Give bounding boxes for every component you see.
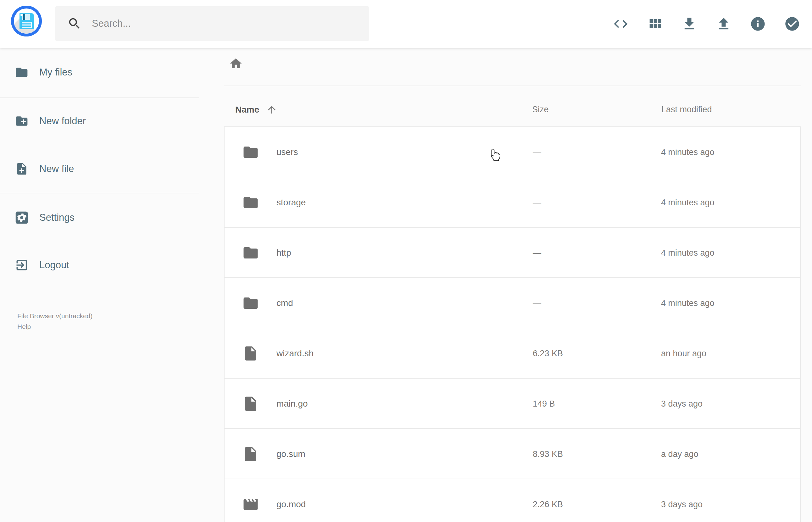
sidebar-item-new-folder[interactable]: New folder (0, 114, 199, 128)
file-icon (242, 446, 259, 463)
check-circle-icon (784, 16, 800, 32)
column-header-name[interactable]: Name (235, 104, 277, 115)
sidebar-item-label: New folder (39, 115, 86, 127)
item-name: main.go (277, 399, 308, 409)
app-version-text: File Browser v(untracked) (17, 311, 93, 321)
folder-icon (242, 144, 259, 161)
sidebar-item-label: My files (39, 67, 72, 78)
item-modified: 4 minutes ago (661, 198, 714, 207)
list-item-storage[interactable]: storage — 4 minutes ago (224, 177, 801, 228)
main-content: Name Size Last modified users — 4 minute… (199, 48, 812, 522)
list-item-go.mod[interactable]: go.mod 2.26 KB 3 days ago (224, 479, 801, 522)
column-header-size[interactable]: Size (532, 105, 549, 115)
upload-button[interactable] (715, 15, 732, 33)
download-icon (681, 16, 697, 32)
search-input[interactable] (92, 18, 350, 29)
sort-ascending-icon (266, 104, 277, 115)
search-box (55, 6, 369, 41)
sidebar-item-logout[interactable]: Logout (0, 258, 199, 272)
sidebar-footer: File Browser v(untracked) Help (17, 311, 93, 332)
sidebar-item-label: New file (39, 163, 74, 175)
item-modified: 4 minutes ago (661, 147, 714, 157)
folder-icon (242, 194, 259, 211)
code-icon (613, 16, 629, 32)
note-add-icon (15, 162, 28, 176)
folder-icon (242, 244, 259, 261)
top-bar (0, 0, 812, 48)
floppy-disk-icon (20, 13, 34, 29)
info-icon (750, 16, 766, 32)
grid-icon (647, 16, 663, 32)
settings-icon (15, 211, 28, 224)
sidebar-divider (0, 193, 199, 194)
sidebar-item-label: Settings (39, 212, 75, 223)
select-multiple-button[interactable] (784, 15, 801, 33)
toggle-shell-button[interactable] (612, 15, 630, 33)
item-size: 8.93 KB (533, 449, 563, 459)
item-size: — (533, 198, 541, 207)
logout-icon (15, 258, 28, 272)
list-item-main.go[interactable]: main.go 149 B 3 days ago (224, 378, 801, 429)
breadcrumb-divider (224, 85, 801, 86)
item-size: — (533, 147, 541, 157)
list-item-cmd[interactable]: cmd — 4 minutes ago (224, 277, 801, 328)
item-size: 6.23 KB (533, 349, 563, 359)
movie-icon (242, 496, 259, 513)
item-size: 149 B (533, 399, 555, 409)
item-modified: 3 days ago (661, 500, 703, 509)
list-item-http[interactable]: http — 4 minutes ago (224, 227, 801, 278)
sidebar-item-my-files[interactable]: My files (0, 65, 199, 79)
item-modified: an hour ago (661, 349, 706, 359)
item-modified: a day ago (661, 449, 698, 459)
switch-view-button[interactable] (646, 15, 664, 33)
item-modified: 4 minutes ago (661, 298, 714, 308)
sidebar-item-settings[interactable]: Settings (0, 211, 199, 224)
item-name: go.sum (277, 449, 305, 459)
list-item-wizard.sh[interactable]: wizard.sh 6.23 KB an hour ago (224, 328, 801, 379)
home-icon[interactable] (229, 57, 243, 71)
info-button[interactable] (749, 15, 767, 33)
download-button[interactable] (681, 15, 698, 33)
sidebar-divider (0, 98, 199, 98)
item-name: cmd (277, 298, 293, 308)
search-icon (67, 16, 82, 31)
sidebar-item-label: Logout (39, 259, 69, 271)
list-item-users[interactable]: users — 4 minutes ago (224, 126, 801, 177)
item-name: go.mod (277, 499, 306, 509)
file-icon (242, 345, 259, 362)
item-size: — (533, 298, 541, 308)
app-logo[interactable] (11, 6, 42, 37)
file-icon (242, 395, 259, 412)
item-modified: 4 minutes ago (661, 248, 714, 258)
listing-header: Name Size Last modified (224, 96, 801, 126)
create-new-folder-icon (15, 114, 28, 128)
upload-icon (715, 16, 732, 32)
item-modified: 3 days ago (661, 399, 703, 409)
item-size: — (533, 248, 541, 258)
column-header-modified[interactable]: Last modified (662, 105, 712, 115)
toolbar-actions (612, 0, 801, 48)
item-name: wizard.sh (277, 348, 313, 359)
sidebar-item-new-file[interactable]: New file (0, 162, 199, 176)
item-size: 2.26 KB (533, 500, 563, 509)
file-listing: users — 4 minutes ago storage — 4 minute… (224, 126, 801, 522)
folder-icon (15, 65, 28, 79)
help-link[interactable]: Help (17, 321, 93, 332)
sidebar: My files New folder New file Settings Lo… (0, 48, 199, 522)
item-name: storage (277, 198, 306, 207)
item-name: http (277, 248, 291, 258)
file-browser-app: { "header": { "search_placeholder": "Sea… (0, 0, 812, 522)
list-item-go.sum[interactable]: go.sum 8.93 KB a day ago (224, 428, 801, 479)
item-name: users (277, 147, 298, 157)
folder-icon (242, 295, 259, 312)
